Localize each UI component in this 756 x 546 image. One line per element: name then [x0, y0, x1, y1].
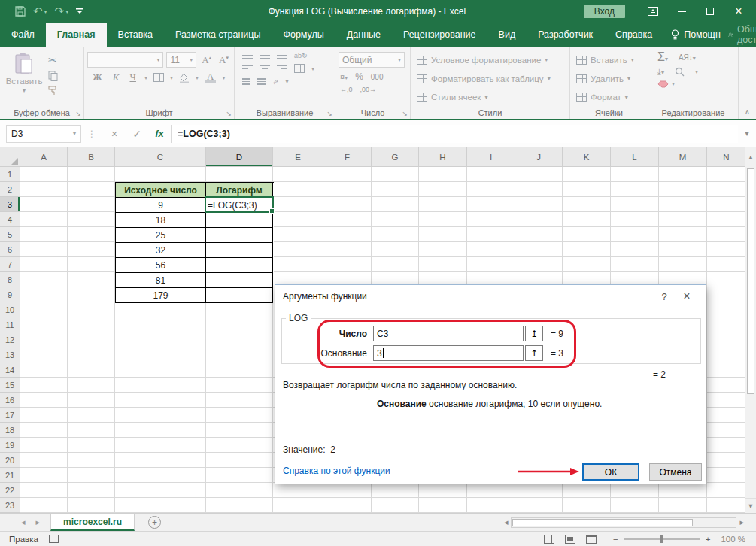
table-cell[interactable]: 18 — [116, 213, 206, 228]
ribbon-tab[interactable]: Данные — [335, 23, 392, 47]
column-header[interactable]: G — [372, 147, 419, 167]
alignment-dialog-launcher[interactable]: ↘ — [326, 110, 332, 117]
vertical-scrollbar[interactable]: ▲ ▼ — [745, 147, 756, 513]
ribbon-tab[interactable]: Разработчик — [527, 23, 604, 47]
table-cell[interactable]: 81 — [116, 273, 206, 288]
row-header[interactable]: 3 — [0, 197, 20, 212]
sheet-tab-active[interactable]: microexcel.ru — [50, 514, 135, 531]
column-header[interactable]: B — [68, 147, 115, 167]
ribbon-tab[interactable]: Рецензирование — [392, 23, 487, 47]
table-cell[interactable] — [206, 243, 273, 258]
find-select-icon[interactable] — [675, 67, 685, 77]
dialog-close-button[interactable]: × — [676, 290, 698, 303]
row-header[interactable]: 19 — [0, 438, 20, 453]
row-header[interactable]: 23 — [0, 498, 20, 513]
column-header[interactable]: C — [115, 147, 206, 167]
insert-function-button[interactable]: fx — [148, 128, 171, 139]
borders-icon[interactable] — [153, 73, 164, 82]
bold-button[interactable]: Ж — [90, 71, 105, 83]
comma-style-icon[interactable]: 000 — [371, 73, 384, 81]
row-header[interactable]: 15 — [0, 378, 20, 393]
decrease-indent-icon[interactable] — [242, 78, 250, 85]
orientation-icon[interactable]: ab↻ — [294, 52, 308, 59]
row-header[interactable]: 9 — [0, 287, 20, 302]
table-cell[interactable] — [206, 273, 273, 288]
format-cells-button[interactable]: Формат▾ — [576, 89, 645, 105]
ok-button[interactable]: ОК — [582, 463, 639, 481]
cell-styles-button[interactable]: Стили ячеек▾ — [417, 89, 566, 105]
scroll-up-icon[interactable]: ▲ — [745, 147, 756, 167]
font-color-icon[interactable]: А — [205, 72, 216, 83]
table-cell[interactable]: 32 — [116, 243, 206, 258]
underline-button[interactable]: Ч — [128, 71, 138, 83]
table-cell[interactable] — [206, 258, 273, 273]
next-sheet-button[interactable]: ▸ — [36, 517, 41, 527]
shrink-font-button[interactable]: А▾ — [217, 54, 231, 66]
number-dialog-launcher[interactable]: ↘ — [402, 110, 408, 117]
column-header[interactable]: N — [707, 147, 745, 167]
zoom-out-button[interactable]: − — [613, 535, 618, 544]
collapse-dialog-button[interactable]: ↥ — [525, 345, 543, 361]
sign-in-button[interactable]: Вход — [584, 5, 625, 18]
base-argument-input[interactable]: 3 — [373, 345, 524, 361]
ribbon-tab[interactable]: Разметка страницы — [164, 23, 272, 47]
row-header[interactable]: 1 — [0, 167, 20, 182]
row-header[interactable]: 20 — [0, 453, 20, 468]
row-header[interactable]: 13 — [0, 347, 20, 362]
row-header[interactable]: 2 — [0, 182, 20, 197]
insert-cells-button[interactable]: Вставить▾ — [576, 52, 645, 68]
align-center-icon[interactable] — [260, 65, 270, 72]
ribbon-tab[interactable]: Вид — [487, 23, 527, 47]
macro-record-icon[interactable] — [49, 535, 59, 543]
row-header[interactable]: 16 — [0, 393, 20, 408]
confirm-entry-button[interactable]: ✓ — [126, 128, 148, 140]
scroll-left-icon[interactable]: ◂ — [504, 517, 509, 527]
clipboard-dialog-launcher[interactable]: ↘ — [75, 110, 81, 117]
clear-eraser-icon[interactable] — [657, 80, 669, 88]
align-middle-icon[interactable] — [260, 53, 270, 59]
prev-sheet-button[interactable]: ◂ — [21, 517, 26, 527]
ribbon-tab[interactable]: Главная — [46, 23, 107, 47]
format-painter-icon[interactable] — [48, 86, 58, 96]
share-button[interactable]: Общий доступ — [728, 23, 756, 47]
accounting-format-icon[interactable]: ¤▾ — [340, 72, 348, 81]
table-cell[interactable] — [206, 228, 273, 243]
paste-button[interactable]: Вставить ▾ — [3, 50, 45, 105]
dialog-help-button[interactable]: ? — [653, 291, 676, 302]
minimize-button[interactable] — [669, 2, 694, 20]
row-header[interactable]: 17 — [0, 408, 20, 423]
table-cell[interactable]: 56 — [116, 258, 206, 273]
row-header[interactable]: 4 — [0, 212, 20, 227]
column-header[interactable]: H — [419, 147, 467, 167]
font-dialog-launcher[interactable]: ↘ — [226, 110, 232, 117]
name-box[interactable]: D3 ▾ — [6, 125, 81, 143]
autosum-icon[interactable]: Σ▾ — [657, 50, 668, 64]
row-header[interactable]: 11 — [0, 317, 20, 332]
active-cell-d3[interactable]: =LOG(C3;3) — [206, 198, 273, 213]
collapse-ribbon-button[interactable]: ∧ — [745, 108, 750, 116]
cancel-button[interactable]: Отмена — [649, 463, 702, 481]
table-cell[interactable] — [206, 213, 273, 228]
row-header[interactable]: 14 — [0, 362, 20, 378]
column-header[interactable]: D — [206, 147, 273, 167]
formula-input[interactable]: =LOG(C3;3) — [171, 125, 738, 143]
table-cell[interactable]: 25 — [116, 228, 206, 243]
column-header[interactable]: F — [323, 147, 372, 167]
cut-icon[interactable]: ✂ — [48, 54, 58, 66]
add-sheet-button[interactable]: + — [148, 516, 161, 529]
column-header[interactable]: M — [659, 147, 707, 167]
table-cell[interactable]: 179 — [116, 288, 206, 303]
ribbon-tab[interactable]: Справка — [604, 23, 663, 47]
page-break-view-button[interactable] — [586, 535, 597, 544]
italic-button[interactable]: К — [111, 71, 122, 83]
align-top-icon[interactable] — [242, 53, 253, 59]
table-header-cell[interactable]: Логарифм — [206, 183, 273, 198]
function-help-link[interactable]: Справка по этой функции — [283, 466, 390, 476]
collapse-dialog-button[interactable]: ↥ — [525, 326, 543, 341]
column-header[interactable]: I — [467, 147, 515, 167]
row-header[interactable]: 22 — [0, 483, 20, 498]
row-header[interactable]: 7 — [0, 257, 20, 272]
number-argument-input[interactable]: C3 — [373, 326, 524, 341]
row-header[interactable]: 8 — [0, 272, 20, 287]
page-layout-view-button[interactable] — [565, 535, 575, 544]
